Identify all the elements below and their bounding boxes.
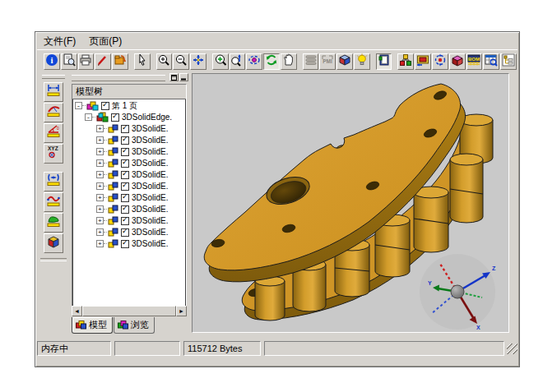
bom-button[interactable]: BOM — [466, 53, 483, 70]
tree-row-label[interactable]: 3DSolidE. — [131, 170, 168, 179]
tree-horizontal-scrollbar[interactable]: ◄ ► — [72, 306, 187, 316]
tree-row-part[interactable]: +3DSolidE. — [72, 123, 186, 134]
menu-file[interactable]: 文件(F) — [37, 33, 82, 50]
export-button[interactable] — [112, 53, 128, 70]
checkbox-checked-icon[interactable] — [111, 113, 119, 122]
zoom-in-button[interactable] — [156, 53, 173, 70]
assembly-tree-button[interactable] — [397, 53, 414, 70]
checkbox-checked-icon[interactable] — [121, 159, 129, 168]
zoom-out-button[interactable] — [173, 53, 189, 70]
checkbox-checked-icon[interactable] — [121, 148, 129, 156]
menu-page[interactable]: 页面(P) — [82, 33, 128, 50]
light-button[interactable] — [354, 53, 370, 70]
refresh-button[interactable] — [263, 53, 280, 70]
layers-button[interactable] — [303, 53, 319, 70]
tree-row-label[interactable]: 3DSolidE. — [131, 216, 168, 225]
notebook-button[interactable] — [376, 53, 392, 70]
solid-model-button[interactable] — [449, 53, 466, 70]
print-preview-button[interactable] — [61, 53, 77, 70]
tree-row-part[interactable]: +3DSolidE. — [72, 135, 186, 145]
measure-radius-button[interactable] — [44, 103, 63, 122]
tree-row-label[interactable]: 第 1 页 — [111, 100, 137, 112]
update-view-button[interactable] — [432, 53, 448, 70]
measure-angle-button[interactable]: 0 — [44, 123, 63, 143]
expand-icon[interactable]: + — [96, 228, 104, 236]
tree-row-part[interactable]: +3DSolidE. — [72, 146, 186, 157]
rotate-button[interactable] — [246, 53, 262, 70]
checkbox-checked-icon[interactable] — [121, 217, 129, 225]
toolbar-grip[interactable] — [42, 75, 65, 79]
tree-row-part[interactable]: +3DSolidE. — [72, 169, 186, 180]
scroll-right-icon[interactable]: ► — [176, 306, 187, 316]
viewport-3d[interactable]: Z X Y — [192, 73, 509, 333]
tree-row-label[interactable]: 3DSolidE. — [131, 193, 168, 202]
tree-row-label[interactable]: 3DSolidE. — [131, 124, 168, 133]
checkbox-checked-icon[interactable] — [121, 194, 129, 202]
resize-grip[interactable] — [507, 344, 517, 354]
tree-row-label[interactable]: 3DSolidE. — [131, 147, 168, 156]
checkbox-checked-icon[interactable] — [121, 205, 129, 214]
measure-horizontal-button[interactable] — [44, 82, 63, 102]
expand-icon[interactable]: + — [96, 240, 104, 247]
measure-curve-button[interactable] — [44, 192, 63, 212]
scrollbar-thumb[interactable] — [82, 306, 176, 316]
checkbox-checked-icon[interactable] — [101, 102, 109, 110]
tree-row-part[interactable]: +3DSolidE. — [72, 227, 186, 238]
tree-row-label[interactable]: 3DSolidE. — [131, 239, 168, 248]
tree-row-part[interactable]: +3DSolidE. — [72, 192, 186, 203]
expand-icon[interactable]: + — [96, 194, 104, 201]
tree-row-label[interactable]: 3DSolidEdge. — [121, 113, 172, 122]
measure-volume-button[interactable] — [44, 233, 63, 253]
expand-icon[interactable]: + — [96, 136, 104, 144]
tree-row-part[interactable]: +3DSolidE. — [72, 204, 186, 214]
tree-row-label[interactable]: 3DSolidE. — [131, 205, 168, 214]
pan-button[interactable] — [190, 53, 207, 70]
collapse-icon[interactable]: - — [85, 113, 92, 121]
expand-icon[interactable]: + — [96, 148, 104, 155]
tree-list-button[interactable] — [500, 53, 517, 70]
tree-row-part[interactable]: +3DSolidE. — [72, 238, 186, 249]
tab-model[interactable]: 模型 — [72, 317, 113, 334]
expand-icon[interactable]: + — [96, 182, 104, 190]
measure-distance-button[interactable] — [44, 172, 63, 191]
checkbox-checked-icon[interactable] — [121, 228, 129, 237]
checkbox-checked-icon[interactable] — [121, 171, 129, 179]
checkbox-checked-icon[interactable] — [121, 240, 129, 248]
markup-button[interactable] — [95, 53, 111, 70]
select-button[interactable] — [134, 53, 151, 70]
zoom-window-button[interactable] — [212, 53, 229, 70]
collapse-icon[interactable]: - — [75, 102, 82, 109]
pan-hand-button[interactable] — [281, 53, 297, 70]
screen-capture-button[interactable] — [415, 53, 431, 70]
checkbox-checked-icon[interactable] — [121, 125, 129, 133]
zoom-dynamic-button[interactable] — [230, 53, 246, 70]
about-button[interactable]: i — [44, 53, 60, 70]
panel-hide-button[interactable] — [179, 73, 188, 81]
expand-icon[interactable]: + — [96, 205, 104, 213]
tree-row-label[interactable]: 3DSolidE. — [131, 159, 168, 168]
tab-browse[interactable]: 浏览 — [114, 317, 155, 334]
tree-row-part[interactable]: +3DSolidE. — [72, 215, 186, 226]
tree-row-label[interactable]: 3DSolidE. — [131, 136, 168, 145]
expand-icon[interactable]: + — [96, 125, 104, 132]
tree-row-assembly[interactable]: - 3DSolidEdge. — [72, 112, 186, 122]
expand-icon[interactable]: + — [96, 171, 104, 178]
pmi-button[interactable]: PMI — [319, 53, 336, 70]
tree-row-part[interactable]: +3DSolidE. — [72, 181, 186, 191]
tree-row-page[interactable]: - 第 1 页 — [72, 100, 186, 111]
tree-row-label[interactable]: 3DSolidE. — [131, 182, 168, 191]
tree-row-label[interactable]: 3DSolidE. — [131, 228, 168, 237]
checkbox-checked-icon[interactable] — [121, 182, 129, 191]
panel-grip[interactable] — [72, 75, 165, 81]
tree-row-part[interactable]: +3DSolidE. — [72, 158, 186, 168]
measure-area-button[interactable] — [44, 213, 63, 233]
table-search-button[interactable] — [483, 53, 499, 70]
expand-icon[interactable]: + — [96, 159, 104, 167]
view-cube-button[interactable] — [336, 53, 353, 70]
scroll-left-icon[interactable]: ◄ — [72, 306, 82, 316]
print-button[interactable] — [78, 53, 95, 70]
expand-icon[interactable]: + — [96, 217, 104, 224]
measure-coordinate-button[interactable]: XYZ — [44, 144, 63, 164]
checkbox-checked-icon[interactable] — [121, 136, 129, 145]
panel-restore-button[interactable] — [169, 73, 179, 81]
